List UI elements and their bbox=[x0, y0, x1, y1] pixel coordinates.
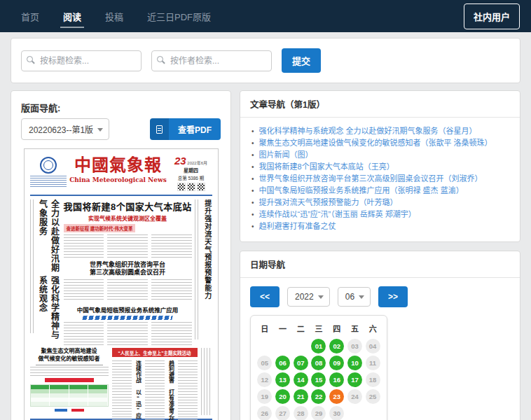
prev-month-button[interactable]: << bbox=[250, 286, 280, 307]
nav-item-阅读[interactable]: 阅读 bbox=[63, 0, 81, 32]
article-list: 强化科学精神与系统观念 全力以赴做好汛期气象服务（谷星月）聚焦生态文明高地建设做… bbox=[240, 118, 520, 241]
calendar-day-header: 六 bbox=[369, 323, 377, 334]
newspaper-preview[interactable]: 中國氣象報 China Meteorological News 23 2022年… bbox=[24, 148, 219, 420]
newspaper-title-en: China Meteorological News bbox=[67, 176, 170, 183]
article-link[interactable]: 图片新闻（图） bbox=[259, 150, 313, 160]
nav-item-首页[interactable]: 首页 bbox=[21, 0, 39, 32]
calendar-day-18: 18 bbox=[366, 372, 380, 387]
qr-code-icon bbox=[197, 183, 205, 191]
bottom-vertical-headline-2: 趋利避害 打有准备之仗 bbox=[167, 360, 175, 420]
calendar-day-header: 日 bbox=[261, 323, 268, 334]
calendar-day-02[interactable]: 02 bbox=[329, 339, 344, 354]
date-nav-title: 日期导航 bbox=[240, 251, 520, 278]
title-search-wrap bbox=[21, 50, 142, 71]
weather-table-caption-placeholder bbox=[45, 378, 94, 382]
calendar-day-05: 05 bbox=[257, 356, 272, 370]
page-nav-title: 版面导航: bbox=[21, 101, 221, 114]
right-vertical-headline: 提升强对流天气预报预警能力 bbox=[202, 200, 213, 345]
calendar-day-07[interactable]: 07 bbox=[294, 356, 308, 370]
red-banner: “人民至上、生命至上”主题实践活动 bbox=[112, 348, 198, 357]
campaign-badge: 奋进新征程 建功新时代·伟大变革 bbox=[64, 224, 136, 232]
article-list-item: 连续作战以“迅”应“汛”（谢玉丽 岳辉英 郑潮宇） bbox=[251, 209, 510, 220]
title-search-input[interactable] bbox=[21, 50, 142, 71]
calendar-day-empty bbox=[347, 406, 362, 420]
newspaper-date-block: 23 2022年6月 星期四 总第 5386 期 bbox=[170, 155, 212, 192]
article-list-item: 提升强对流天气预报预警能力（叶芳璐） bbox=[251, 197, 510, 208]
calendar-day-header: 一 bbox=[279, 323, 287, 334]
main-headline: 我国将新建8个国家大气本底站 bbox=[64, 200, 192, 213]
article-link[interactable]: 我国将新建8个国家大气本底站（王亮） bbox=[259, 162, 394, 172]
calendar-day-19: 19 bbox=[257, 389, 272, 404]
calendar-grid: 日一二三四五六010203040506070809101112131415161… bbox=[256, 323, 382, 420]
article-list-item: 趋利避害打有准备之仗 bbox=[251, 221, 510, 232]
search-submit-button[interactable]: 提交 bbox=[282, 48, 321, 73]
article-link[interactable]: 聚焦生态文明高地建设做气候变化的敏锐感知者（张歆平 洛桑顿珠） bbox=[259, 138, 492, 148]
nav-items: 首页阅读投稿近三日PDF原版 bbox=[21, 0, 235, 32]
next-month-button[interactable]: >> bbox=[378, 286, 408, 307]
year-select[interactable]: 2022 bbox=[287, 287, 330, 307]
calendar-day-empty bbox=[366, 406, 380, 420]
bottom-vertical-headline-1: 连续作战 以“迅”应“汛” bbox=[135, 360, 142, 420]
calendar-day-16[interactable]: 16 bbox=[329, 372, 344, 387]
cma-logo-icon bbox=[40, 157, 57, 174]
sub-headline: 实现气候系统关键观测区全覆盖 bbox=[64, 214, 192, 222]
date-nav-card: 日期导航 << 2022 06 >> 日一二三四五六01020304050607… bbox=[240, 251, 520, 420]
page-nav-card: 版面导航: 20220623--第1版 查看PDF 中國氣象報 China Me… bbox=[11, 90, 231, 420]
nav-item-近三日PDF原版[interactable]: 近三日PDF原版 bbox=[147, 0, 211, 32]
calendar-day-24: 24 bbox=[347, 389, 362, 404]
calendar-day-08[interactable]: 08 bbox=[311, 356, 326, 370]
calendar-day-header: 二 bbox=[297, 323, 305, 334]
calendar-day-23[interactable]: 23 bbox=[329, 389, 344, 404]
blue-slogan-placeholder bbox=[82, 316, 173, 320]
article-link[interactable]: 强化科学精神与系统观念 全力以赴做好汛期气象服务（谷星月） bbox=[259, 126, 477, 136]
calendar-day-10[interactable]: 10 bbox=[347, 356, 362, 370]
article-link[interactable]: 连续作战以“迅”应“汛”（谢玉丽 岳辉英 郑潮宇） bbox=[259, 209, 416, 220]
qr-code-icon bbox=[177, 183, 186, 191]
calendar-day-04: 04 bbox=[366, 339, 380, 354]
calendar-day-15[interactable]: 15 bbox=[311, 372, 326, 387]
article-link[interactable]: 提升强对流天气预报预警能力（叶芳璐） bbox=[259, 197, 398, 208]
pdf-file-icon bbox=[150, 118, 169, 140]
calendar-day-25: 25 bbox=[366, 389, 380, 404]
top-navbar: 首页阅读投稿近三日PDF原版 社内用户 bbox=[0, 0, 531, 32]
article-list-item: 中国气象局短临预报业务系统推广应用（张明禄 盛杰 蓝渝） bbox=[251, 186, 510, 196]
article-list-item: 图片新闻（图） bbox=[251, 150, 510, 160]
calendar-day-11: 11 bbox=[366, 356, 380, 370]
calendar-day-header: 五 bbox=[351, 323, 359, 334]
nav-item-投稿[interactable]: 投稿 bbox=[105, 0, 123, 32]
calendar-day-27: 27 bbox=[275, 406, 290, 420]
search-bar-card: 提交 bbox=[11, 38, 520, 83]
calendar-day-14[interactable]: 14 bbox=[294, 372, 308, 387]
calendar-day-28: 28 bbox=[294, 406, 308, 420]
author-search-wrap bbox=[151, 50, 272, 71]
article-link[interactable]: 世界气象组织开放咨询平台第三次高级别圆桌会议召开（刘淑乔） bbox=[259, 174, 483, 184]
calendar-day-header: 三 bbox=[315, 323, 322, 334]
article-link[interactable]: 中国气象局短临预报业务系统推广应用（张明禄 盛杰 蓝渝） bbox=[259, 186, 464, 196]
view-pdf-button[interactable]: 查看PDF bbox=[150, 118, 221, 140]
eco-headline: 聚焦生态文明高地建设 做气候变化的敏锐感知者 bbox=[30, 348, 109, 363]
mid-headline-2: 中国气象局短临预报业务系统推广应用 bbox=[64, 305, 192, 314]
calendar-day-20[interactable]: 20 bbox=[275, 389, 290, 404]
internal-user-button[interactable]: 社内用户 bbox=[464, 4, 520, 29]
edition-select[interactable]: 20220623--第1版 bbox=[21, 118, 109, 140]
calendar-day-09[interactable]: 09 bbox=[329, 356, 344, 370]
month-select[interactable]: 06 bbox=[338, 287, 371, 307]
article-link[interactable]: 趋利避害打有准备之仗 bbox=[259, 221, 336, 232]
article-list-item: 我国将新建8个国家大气本底站（王亮） bbox=[251, 162, 510, 172]
calendar: 日一二三四五六010203040506070809101112131415161… bbox=[250, 315, 387, 420]
calendar-day-12: 12 bbox=[257, 372, 272, 387]
calendar-day-17[interactable]: 17 bbox=[347, 372, 362, 387]
calendar-day-empty bbox=[257, 339, 272, 354]
qr-code-icon bbox=[187, 183, 195, 191]
author-search-input[interactable] bbox=[151, 50, 272, 71]
article-list-item: 世界气象组织开放咨询平台第三次高级别圆桌会议召开（刘淑乔） bbox=[251, 174, 510, 184]
weather-table-placeholder bbox=[30, 384, 109, 407]
calendar-day-13[interactable]: 13 bbox=[275, 372, 290, 387]
calendar-day-22[interactable]: 22 bbox=[311, 389, 326, 404]
article-list-item: 强化科学精神与系统观念 全力以赴做好汛期气象服务（谷星月） bbox=[251, 126, 510, 136]
calendar-day-06[interactable]: 06 bbox=[275, 356, 290, 370]
calendar-day-01[interactable]: 01 bbox=[311, 339, 326, 354]
search-icon bbox=[27, 56, 33, 62]
article-nav-title: 文章导航（第1版） bbox=[240, 91, 520, 118]
calendar-day-21[interactable]: 21 bbox=[294, 389, 308, 404]
